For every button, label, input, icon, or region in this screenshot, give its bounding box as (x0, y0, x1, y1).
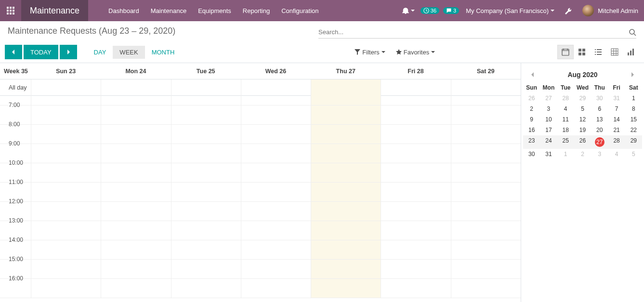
time-cell[interactable] (171, 144, 241, 163)
search-input[interactable] (318, 27, 629, 37)
mini-day[interactable]: 1 (557, 149, 574, 159)
mini-day[interactable]: 16 (523, 125, 540, 135)
mini-day[interactable]: 3 (591, 149, 608, 159)
nav-configuration[interactable]: Configuration (276, 0, 324, 21)
favorites-dropdown[interactable]: Favorites (396, 49, 435, 56)
mini-day[interactable]: 28 (557, 93, 574, 104)
time-cell[interactable] (171, 240, 241, 259)
time-cell[interactable] (381, 96, 450, 105)
time-cell[interactable] (101, 202, 171, 221)
time-cell[interactable] (451, 105, 521, 124)
time-cell[interactable] (241, 202, 311, 221)
company-switcher[interactable]: My Company (San Francisco) (461, 7, 559, 14)
time-cell[interactable] (381, 279, 450, 298)
nav-reporting[interactable]: Reporting (237, 0, 276, 21)
mini-day[interactable]: 20 (591, 125, 608, 135)
time-cell[interactable] (31, 240, 101, 259)
day-header[interactable]: Mon 24 (101, 68, 171, 75)
time-cell[interactable] (171, 125, 241, 144)
mini-day[interactable]: 5 (574, 104, 591, 114)
next-button[interactable] (60, 45, 77, 59)
time-cell[interactable] (171, 183, 241, 201)
time-cell[interactable] (241, 221, 311, 240)
mini-day[interactable]: 29 (625, 135, 642, 149)
mini-day[interactable]: 27 (540, 93, 557, 104)
allday-cell[interactable] (241, 79, 311, 96)
time-cell[interactable] (311, 144, 381, 163)
mini-day[interactable]: 3 (540, 104, 557, 114)
mini-day[interactable]: 8 (625, 104, 642, 114)
time-cell[interactable] (171, 96, 241, 105)
time-cell[interactable] (451, 260, 521, 278)
time-cell[interactable] (241, 240, 311, 259)
time-cell[interactable] (171, 260, 241, 278)
time-cell[interactable] (381, 105, 450, 124)
mini-day[interactable]: 23 (523, 135, 540, 149)
mini-day[interactable]: 2 (523, 104, 540, 114)
time-cell[interactable] (171, 105, 241, 124)
time-cell[interactable] (311, 96, 381, 105)
view-calendar[interactable] (557, 45, 574, 59)
view-graph[interactable] (623, 45, 639, 59)
time-cell[interactable] (451, 144, 521, 163)
allday-cell[interactable] (451, 79, 521, 96)
mini-day[interactable]: 12 (574, 114, 591, 125)
time-cell[interactable] (31, 105, 101, 124)
time-cell[interactable] (311, 163, 381, 182)
messages-badge[interactable]: 3 (443, 7, 459, 14)
day-header[interactable]: Fri 28 (381, 68, 450, 75)
time-cell[interactable] (381, 202, 450, 221)
time-cell[interactable] (241, 260, 311, 278)
day-header[interactable]: Sun 23 (31, 68, 101, 75)
mini-day[interactable]: 17 (540, 125, 557, 135)
time-cell[interactable] (311, 125, 381, 144)
time-cell[interactable] (31, 183, 101, 201)
time-grid-scroll[interactable]: 6:007:008:009:0010:0011:0012:0013:0014:0… (0, 96, 521, 302)
time-cell[interactable] (101, 163, 171, 182)
time-cell[interactable] (311, 202, 381, 221)
mini-day[interactable]: 4 (608, 149, 625, 159)
time-cell[interactable] (381, 240, 450, 259)
time-cell[interactable] (311, 105, 381, 124)
time-cell[interactable] (381, 221, 450, 240)
scale-day[interactable]: DAY (87, 46, 113, 59)
time-cell[interactable] (381, 125, 450, 144)
time-cell[interactable] (241, 163, 311, 182)
mini-day[interactable]: 11 (557, 114, 574, 125)
time-cell[interactable] (451, 163, 521, 182)
time-cell[interactable] (311, 260, 381, 278)
day-header[interactable]: Tue 25 (171, 68, 241, 75)
time-cell[interactable] (101, 279, 171, 298)
time-cell[interactable] (381, 163, 450, 182)
time-cell[interactable] (241, 144, 311, 163)
mini-day[interactable]: 19 (574, 125, 591, 135)
time-cell[interactable] (101, 183, 171, 201)
time-cell[interactable] (101, 105, 171, 124)
allday-cell[interactable] (31, 79, 101, 96)
time-cell[interactable] (241, 183, 311, 201)
time-cell[interactable] (31, 125, 101, 144)
time-cell[interactable] (101, 96, 171, 105)
mini-day[interactable]: 31 (608, 93, 625, 104)
time-cell[interactable] (171, 221, 241, 240)
time-cell[interactable] (31, 96, 101, 105)
apps-button[interactable] (0, 0, 21, 21)
time-cell[interactable] (381, 144, 450, 163)
nav-maintenance[interactable]: Maintenance (145, 0, 192, 21)
mini-day[interactable]: 26 (523, 93, 540, 104)
time-cell[interactable] (101, 221, 171, 240)
today-button[interactable]: TODAY (24, 45, 58, 59)
time-cell[interactable] (171, 163, 241, 182)
time-cell[interactable] (381, 183, 450, 201)
time-cell[interactable] (241, 96, 311, 105)
scale-month[interactable]: MONTH (145, 46, 182, 59)
mini-day[interactable]: 18 (557, 125, 574, 135)
mini-prev[interactable] (528, 70, 538, 79)
day-header[interactable]: Wed 26 (241, 68, 311, 75)
conversations-badge[interactable]: 36 (421, 7, 439, 14)
day-header[interactable]: Sat 29 (451, 68, 521, 75)
time-cell[interactable] (31, 279, 101, 298)
time-cell[interactable] (311, 221, 381, 240)
time-cell[interactable] (451, 221, 521, 240)
mini-day[interactable]: 7 (608, 104, 625, 114)
